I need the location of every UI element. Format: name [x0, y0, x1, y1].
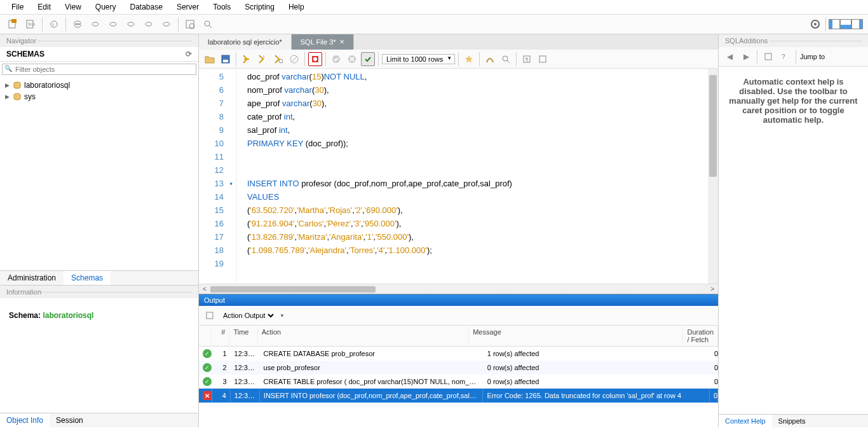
new-script-icon[interactable]: SQL — [23, 17, 38, 32]
tab-context-help[interactable]: Context Help — [719, 415, 772, 427]
users-icon[interactable] — [70, 17, 85, 32]
beautify-icon[interactable] — [462, 52, 476, 66]
editor-tab[interactable]: laboratorio sql ejercicio* — [199, 34, 292, 50]
help-auto-icon[interactable]: ? — [778, 50, 792, 64]
open-file-icon[interactable] — [203, 52, 217, 66]
client-conn-icon[interactable] — [105, 17, 121, 32]
sql-additions-panel: SQLAdditions ◀ ▶ ? Jump to Automatic con… — [718, 34, 868, 427]
svg-text:¶: ¶ — [526, 57, 528, 62]
refresh-icon[interactable]: ⟳ — [186, 50, 192, 59]
menu-database[interactable]: Database — [124, 1, 169, 13]
svg-point-9 — [110, 22, 116, 26]
wrap-icon[interactable]: ¶ — [520, 52, 534, 66]
svg-line-26 — [292, 57, 297, 62]
svg-rect-37 — [539, 56, 546, 62]
help-pos-icon[interactable] — [761, 50, 775, 64]
new-sql-tab-icon[interactable] — [5, 17, 20, 32]
svg-point-33 — [503, 56, 508, 61]
autocommit-icon[interactable] — [361, 52, 375, 66]
execute-current-icon[interactable]: I — [255, 52, 269, 66]
svg-rect-39 — [765, 53, 771, 60]
svg-point-8 — [92, 22, 98, 26]
find-icon[interactable] — [499, 52, 513, 66]
menu-scripting[interactable]: Scripting — [238, 1, 281, 13]
status-icon[interactable] — [88, 17, 103, 32]
svg-point-15 — [205, 21, 210, 26]
tab-schemas[interactable]: Schemas — [64, 271, 111, 285]
svg-text:i: i — [53, 22, 54, 27]
search-tb-icon[interactable] — [200, 17, 215, 32]
inspector-icon[interactable]: i — [46, 17, 62, 32]
menu-edit[interactable]: Edit — [31, 1, 57, 13]
navigator-panel: Navigator SCHEMAS ⟳ ▶laboratoriosql▶sys … — [0, 34, 199, 427]
schema-item-sys[interactable]: ▶sys — [3, 91, 196, 102]
nav-back-icon[interactable]: ◀ — [722, 50, 736, 64]
editor-toolbar: I Limit to 1000 rows ▼ ¶ — [199, 50, 718, 69]
svg-text:?: ? — [782, 53, 785, 60]
invisible-icon[interactable] — [536, 52, 550, 66]
svg-point-4 — [51, 21, 57, 27]
output-row[interactable]: ✓112:32:06CREATE DATABASE prob_profesor1… — [199, 347, 718, 361]
dashboard-icon[interactable] — [182, 17, 198, 32]
format-icon[interactable] — [483, 52, 497, 66]
execute-icon[interactable] — [240, 52, 254, 66]
schemas-label: SCHEMAS — [6, 50, 44, 59]
menu-query[interactable]: Query — [89, 1, 123, 13]
server-stop-icon[interactable] — [159, 17, 174, 32]
svg-text:I: I — [263, 55, 264, 60]
sql-additions-title: SQLAdditions — [719, 34, 868, 47]
svg-rect-38 — [207, 312, 213, 319]
filter-objects-input[interactable] — [2, 64, 196, 75]
settings-gear-icon[interactable] — [808, 17, 823, 32]
output-columns: # Time Action Message Duration / Fetch — [199, 326, 718, 347]
editor-tabs: laboratorio sql ejercicio*SQL File 3*× — [199, 34, 718, 50]
svg-point-11 — [146, 22, 152, 26]
menu-bar: FileEditViewQueryDatabaseServerToolsScri… — [0, 0, 868, 14]
data-export-icon[interactable] — [123, 17, 139, 32]
stop-icon[interactable] — [287, 52, 301, 66]
explain-icon[interactable] — [271, 52, 285, 66]
editor-tab[interactable]: SQL File 3*× — [292, 34, 354, 50]
schema-item-laboratoriosql[interactable]: ▶laboratoriosql — [3, 79, 196, 91]
main-toolbar: SQL i — [0, 14, 868, 34]
no-limit-icon[interactable] — [308, 52, 322, 66]
svg-point-28 — [313, 57, 317, 61]
navigator-title: Navigator — [0, 34, 198, 47]
output-row[interactable]: ✓212:32:07use prob_profesor0 row(s) affe… — [199, 361, 718, 375]
limit-rows-select[interactable]: Limit to 1000 rows ▼ — [382, 54, 455, 64]
output-row[interactable]: ✓312:32:07CREATE TABLE profesor ( doc_pr… — [199, 375, 718, 389]
svg-point-18 — [814, 23, 817, 25]
editor-scrollbar[interactable] — [708, 69, 718, 284]
tab-administration[interactable]: Administration — [0, 271, 64, 285]
information-title: Information — [0, 286, 198, 298]
output-header: Output — [199, 294, 718, 306]
svg-point-7 — [74, 21, 81, 25]
information-body: Schema: laboratoriosql — [0, 298, 198, 413]
menu-file[interactable]: File — [5, 1, 30, 13]
commit-icon[interactable] — [329, 52, 343, 66]
tab-object-info[interactable]: Object Info — [0, 413, 50, 427]
output-row[interactable]: ✕412:32:07INSERT INTO profesor (doc_prof… — [199, 389, 718, 403]
svg-text:SQL: SQL — [28, 22, 36, 26]
menu-view[interactable]: View — [58, 1, 88, 13]
editor-hscroll[interactable] — [210, 286, 376, 293]
close-icon[interactable]: × — [340, 38, 344, 46]
svg-line-34 — [507, 60, 510, 63]
sql-editor[interactable]: 5678910111213141516171819 doc_prof varch… — [199, 69, 718, 284]
menu-tools[interactable]: Tools — [207, 1, 237, 13]
output-type-select[interactable]: Action Output — [220, 311, 276, 320]
context-help-body: Automatic context help is disabled. Use … — [719, 67, 868, 414]
data-import-icon[interactable] — [141, 17, 156, 32]
menu-server[interactable]: Server — [170, 1, 205, 13]
nav-fwd-icon[interactable]: ▶ — [739, 50, 753, 64]
schema-tree[interactable]: ▶laboratoriosql▶sys — [0, 77, 198, 270]
jump-to-label: Jump to — [800, 53, 825, 60]
tab-snippets[interactable]: Snippets — [772, 415, 812, 427]
svg-point-24 — [279, 59, 283, 63]
layout-toggle[interactable] — [829, 19, 863, 29]
menu-help[interactable]: Help — [282, 1, 311, 13]
output-clear-icon[interactable] — [203, 308, 217, 322]
save-icon[interactable] — [219, 52, 233, 66]
rollback-icon[interactable] — [345, 52, 359, 66]
tab-session[interactable]: Session — [50, 413, 90, 427]
